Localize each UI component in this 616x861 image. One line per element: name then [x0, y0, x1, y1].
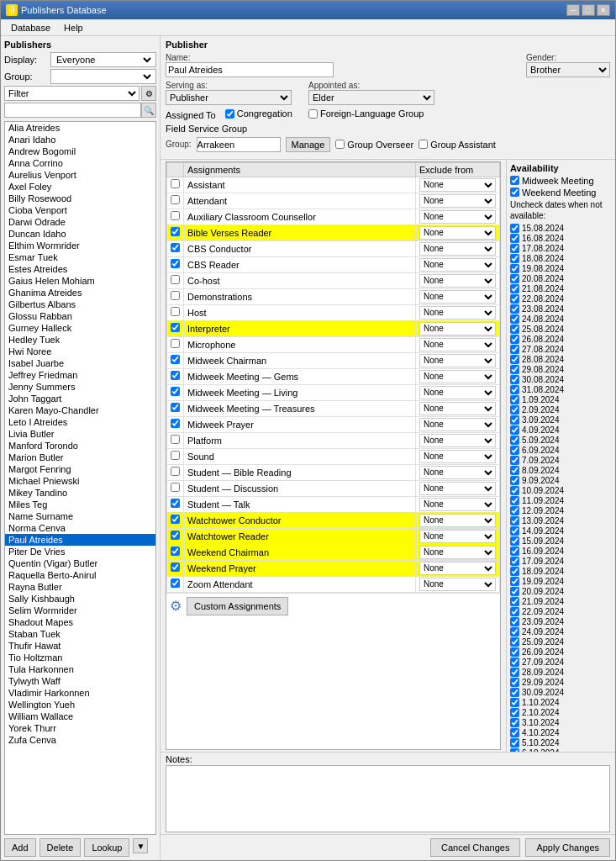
publisher-list-item[interactable]: Vladimir Harkonnen	[5, 687, 155, 699]
date-checkbox[interactable]	[510, 335, 519, 344]
table-row[interactable]: Student — DiscussionNone	[167, 480, 500, 496]
date-item[interactable]: 29.08.2024	[510, 365, 612, 374]
date-item[interactable]: 29.09.2024	[510, 678, 612, 687]
date-item[interactable]: 21.08.2024	[510, 284, 612, 293]
assignment-checkbox[interactable]	[171, 211, 180, 220]
date-checkbox[interactable]	[510, 415, 519, 425]
publisher-list-item[interactable]: Hwi Noree	[5, 346, 155, 357]
date-item[interactable]: 2.09.2024	[510, 405, 612, 415]
date-checkbox[interactable]	[510, 274, 519, 283]
exclude-select[interactable]: None	[419, 386, 496, 399]
date-item[interactable]: 3.10.2024	[510, 718, 612, 727]
exclude-select[interactable]: None	[419, 258, 496, 272]
exclude-select[interactable]: None	[419, 402, 496, 415]
publisher-list-item[interactable]: Marion Butler	[5, 452, 155, 463]
display-combo[interactable]: Everyone	[50, 52, 156, 67]
publisher-list-item[interactable]: Zufa Cenva	[5, 734, 155, 746]
publisher-list-item[interactable]: Tylwyth Waff	[5, 675, 155, 687]
date-item[interactable]: 15.08.2024	[510, 224, 612, 233]
group-assistant-label[interactable]: Group Assistant	[419, 140, 496, 150]
date-checkbox[interactable]	[510, 708, 519, 717]
congregation-checkbox-label[interactable]: Congregation	[225, 108, 292, 119]
publisher-list-item[interactable]: Thufir Hawat	[5, 640, 155, 652]
date-checkbox[interactable]	[510, 607, 519, 616]
exclude-select[interactable]: None	[419, 466, 496, 479]
date-item[interactable]: 10.09.2024	[510, 486, 612, 495]
date-checkbox[interactable]	[510, 718, 519, 727]
notes-textarea[interactable]	[166, 765, 610, 832]
exclude-select[interactable]: None	[419, 498, 496, 511]
date-checkbox[interactable]	[510, 425, 519, 435]
date-checkbox[interactable]	[510, 557, 519, 566]
assignment-checkbox[interactable]	[171, 307, 180, 316]
date-item[interactable]: 20.08.2024	[510, 274, 612, 283]
group-assistant-checkbox[interactable]	[419, 140, 428, 149]
publisher-list-item[interactable]: Selim Wormrider	[5, 605, 155, 616]
date-checkbox[interactable]	[510, 738, 519, 747]
close-button[interactable]: ✕	[597, 4, 610, 16]
serving-select[interactable]: Publisher	[166, 90, 292, 105]
date-item[interactable]: 28.08.2024	[510, 355, 612, 364]
date-checkbox[interactable]	[510, 627, 519, 637]
date-checkbox[interactable]	[510, 345, 519, 354]
publisher-list-item[interactable]: Esmar Tuek	[5, 251, 155, 263]
date-checkbox[interactable]	[510, 395, 519, 404]
lookup-dropdown-arrow[interactable]: ▼	[133, 838, 148, 853]
congregation-checkbox[interactable]	[225, 109, 234, 119]
minimize-button[interactable]: ─	[566, 4, 580, 16]
table-row[interactable]: InterpreterNone	[167, 320, 500, 336]
publisher-list-item[interactable]: Anna Corrino	[5, 157, 155, 169]
date-item[interactable]: 31.08.2024	[510, 385, 612, 394]
date-checkbox[interactable]	[510, 526, 519, 536]
date-checkbox[interactable]	[510, 547, 519, 556]
publisher-list-item[interactable]: Jeffrey Friedman	[5, 369, 155, 381]
publisher-list-item[interactable]: Jenny Summers	[5, 381, 155, 393]
date-checkbox[interactable]	[510, 325, 519, 334]
publisher-list-item[interactable]: Name Surname	[5, 510, 155, 522]
date-item[interactable]: 21.09.2024	[510, 597, 612, 606]
appointed-select[interactable]: Elder	[308, 90, 434, 105]
date-checkbox[interactable]	[510, 597, 519, 606]
maximize-button[interactable]: □	[582, 4, 595, 16]
table-row[interactable]: DemonstrationsNone	[167, 288, 500, 304]
date-item[interactable]: 12.09.2024	[510, 506, 612, 515]
date-item[interactable]: 30.08.2024	[510, 375, 612, 384]
date-checkbox[interactable]	[510, 516, 519, 526]
date-item[interactable]: 22.09.2024	[510, 607, 612, 616]
date-item[interactable]: 9.09.2024	[510, 476, 612, 485]
exclude-select[interactable]: None	[419, 546, 496, 559]
group-overseer-label[interactable]: Group Overseer	[335, 140, 413, 150]
date-item[interactable]: 20.09.2024	[510, 587, 612, 596]
date-checkbox[interactable]	[510, 355, 519, 364]
assignment-checkbox[interactable]	[171, 179, 180, 188]
date-checkbox[interactable]	[510, 637, 519, 647]
date-checkbox[interactable]	[510, 577, 519, 586]
publisher-list-item[interactable]: Tula Harkonnen	[5, 663, 155, 675]
date-checkbox[interactable]	[510, 365, 519, 374]
exclude-select[interactable]: None	[419, 418, 496, 431]
date-checkbox[interactable]	[510, 678, 519, 687]
publisher-list-item[interactable]: Rayna Butler	[5, 581, 155, 593]
assignment-checkbox[interactable]	[171, 387, 180, 396]
date-checkbox[interactable]	[510, 466, 519, 475]
date-checkbox[interactable]	[510, 264, 519, 273]
table-row[interactable]: Midweek Meeting — LivingNone	[167, 384, 500, 400]
publisher-list-item[interactable]: Estes Atreides	[5, 263, 155, 275]
date-checkbox[interactable]	[510, 506, 519, 515]
table-row[interactable]: Student — TalkNone	[167, 496, 500, 512]
date-item[interactable]: 19.09.2024	[510, 577, 612, 586]
exclude-select[interactable]: None	[419, 274, 496, 288]
publisher-list-item[interactable]: Ghanima Atreides	[5, 287, 155, 298]
publisher-list-item[interactable]: Paul Atreides	[5, 534, 155, 546]
date-item[interactable]: 1.10.2024	[510, 698, 612, 707]
assignment-checkbox[interactable]	[171, 435, 180, 444]
date-checkbox[interactable]	[510, 244, 519, 253]
cancel-changes-button[interactable]: Cancel Changes	[430, 838, 520, 857]
publisher-list-item[interactable]: Mikey Tandino	[5, 487, 155, 499]
publisher-list[interactable]: Alia AtreidesAnari IdahoAndrew BogomilAn…	[4, 121, 156, 835]
assignment-checkbox[interactable]	[171, 547, 180, 556]
display-select[interactable]: Everyone	[53, 53, 154, 66]
assignment-checkbox[interactable]	[171, 403, 180, 412]
date-item[interactable]: 25.08.2024	[510, 325, 612, 334]
date-checkbox[interactable]	[510, 446, 519, 455]
